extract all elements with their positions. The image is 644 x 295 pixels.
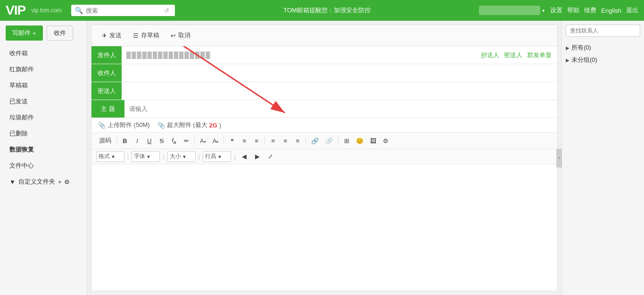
contact-group-all[interactable]: ▶ 所有(0) [566,42,640,54]
to-label: 收件人 [91,64,122,82]
subject-row: 主 题 [91,100,557,118]
bold-btn[interactable]: B [119,135,131,146]
blockquote-btn[interactable]: ❝ [226,135,238,146]
brush-btn[interactable]: ✏ [181,135,192,146]
sidebar-item-data-recovery[interactable]: 数据恢复 [0,142,87,158]
align-center-btn[interactable]: ≡ [280,135,291,146]
english-link[interactable]: English [601,7,621,14]
more-btn[interactable]: ⚙ [380,135,391,146]
renew-link[interactable]: 续费 [584,6,596,15]
unordered-list-btn[interactable]: ≡ [239,135,250,146]
panel-toggle[interactable]: › [556,149,562,168]
search-refresh-icon: ↺ [164,7,169,14]
search-icon: 🔍 [75,7,83,14]
sidebar-item-spam[interactable]: 垃圾邮件 [0,110,87,126]
sidebar-item-sent[interactable]: 已发送 [0,93,87,110]
subject-label: 主 题 [91,100,124,118]
format-chevron: ▾ [112,153,115,160]
paperclip-icon: 📎 [98,122,106,129]
custom-folder-add-icon[interactable]: + [58,178,62,185]
cc-action[interactable]: 抄送人 [481,51,499,59]
sep3 [223,136,224,145]
align-right-btn[interactable]: ≡ [292,135,303,146]
group-ungrouped-caret: ▶ [566,58,570,63]
large-attachment-link[interactable]: 📎 超大附件 (最大 2G) [157,121,222,129]
sidebar-item-file-center[interactable]: 文件中心 [0,158,87,174]
editor-format-bar: 格式 ▾ | 字体 ▾ | 大小 ▾ | 行高 ▾ | [91,149,557,164]
from-label: 发件人 [91,46,122,64]
from-value: ████████████████ [122,49,481,61]
underline-btn[interactable]: U [144,135,155,146]
italic-btn[interactable]: I [132,135,143,146]
format-select[interactable]: 格式 ▾ [96,151,124,162]
editor-body[interactable] [91,164,557,291]
search-input[interactable] [86,7,161,14]
compose-toolbar: ✈ 发送 ☰ 存草稿 ↩ 取消 [91,25,557,46]
back-btn[interactable]: ◀ [239,151,250,162]
group-action[interactable]: 群发单显 [527,51,552,59]
align-left-btn[interactable]: ≡ [267,135,279,146]
contact-groups: ▶ 所有(0) ▶ 未分组(0) [566,42,640,66]
group-ungrouped-label: 未分组(0) [571,56,597,64]
large-attachment-label: 超大附件 (最大 [167,121,207,129]
search-bar[interactable]: 🔍 ↺ [71,5,175,16]
source-btn[interactable]: 源码 [96,135,114,147]
font-select[interactable]: 字体 ▾ [132,151,160,162]
main-layout: 写邮件 + 收件 收件箱 红旗邮件 草稿箱 已发送 垃圾邮件 已删除 数据恢复 … [0,21,644,295]
bcc-input[interactable] [122,84,557,97]
contact-search-input[interactable] [566,25,640,37]
table-btn[interactable]: ⊞ [341,135,352,146]
image-btn[interactable]: 🖼 [367,135,379,146]
unlink-btn[interactable]: 🔗 [322,135,336,146]
sep6 [338,136,339,145]
custom-folder-settings-icon[interactable]: ⚙ [64,178,70,185]
from-actions: 抄送人 密送人 群发单显 [481,51,557,59]
domain: vip.tom.com [31,7,62,14]
line-chevron: ▾ [218,153,221,160]
chevron-down-icon[interactable]: ▾ [542,8,545,13]
size-select[interactable]: 大小 ▾ [167,151,196,162]
sidebar-item-flagged[interactable]: 红旗邮件 [0,61,87,77]
bg-color-btn[interactable]: A▾ [210,135,222,146]
font-color-btn[interactable]: A▾ [197,135,209,146]
subject-input[interactable] [124,102,557,115]
line-label: 行高 [205,152,216,160]
link-btn[interactable]: 🔗 [308,135,322,146]
header: VIP vip.tom.com 🔍 ↺ TOM邮箱提醒您：加强安全防控 ▾ 设置… [0,0,644,21]
logout-link[interactable]: 退出 [626,6,638,15]
draft-label: 存草稿 [141,31,159,40]
forward-btn[interactable]: ▶ [252,151,263,162]
bcc-row: 密送人 [91,82,557,100]
cancel-button[interactable]: ↩ 取消 [166,29,195,42]
header-links: 设置 帮助 续费 English 退出 [550,6,638,15]
to-input[interactable] [122,67,557,79]
line-select[interactable]: 行高 ▾ [203,151,231,162]
custom-folder-section[interactable]: ▼ 自定义文件夹 + ⚙ [0,174,87,190]
size-label: 大小 [170,152,181,160]
format-clear-btn[interactable]: Ix [168,135,180,147]
from-row: 发件人 ████████████████ 抄送人 密送人 群发单显 [91,46,557,64]
user-input[interactable] [479,6,540,15]
upload-attachment-link[interactable]: 📎 上传附件 (50M) [98,121,150,129]
format-label: 格式 [99,152,110,160]
sidebar-item-inbox[interactable]: 收件箱 [0,45,87,61]
bcc-action[interactable]: 密送人 [504,51,522,59]
sidebar-item-drafts[interactable]: 草稿箱 [0,77,87,93]
send-button[interactable]: ✈ 发送 [97,29,126,42]
sidebar-item-deleted[interactable]: 已删除 [0,126,87,142]
compose-plus-icon: + [33,30,36,37]
strikethrough-btn[interactable]: S [156,135,167,146]
sep2 [194,136,195,145]
contact-group-ungrouped[interactable]: ▶ 未分组(0) [566,54,640,66]
expand-btn[interactable]: ⤢ [265,151,276,162]
compose-button[interactable]: 写邮件 + [6,25,43,41]
inbox-button[interactable]: 收件 [47,25,73,41]
emoji-btn[interactable]: 😊 [353,135,366,146]
ordered-list-btn[interactable]: ≡ [251,135,262,146]
draft-button[interactable]: ☰ 存草稿 [128,29,164,42]
group-all-caret: ▶ [566,45,570,51]
size-chevron: ▾ [183,153,186,160]
help-link[interactable]: 帮助 [567,6,579,15]
compose-area: ✈ 发送 ☰ 存草稿 ↩ 取消 发件人 ████████████████ 抄送人… [91,25,558,291]
settings-link[interactable]: 设置 [550,6,562,15]
